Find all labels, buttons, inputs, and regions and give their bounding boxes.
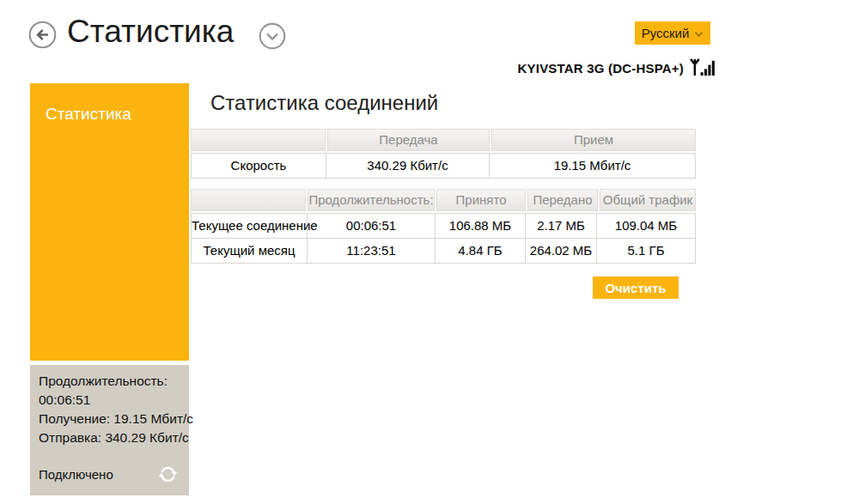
row-label: Текущее соединение [192, 214, 308, 238]
status-upload-speed: Отправка: 340.29 Кбит/с [39, 428, 180, 447]
cell-transmit-speed: 340.29 Кбит/с [326, 154, 490, 178]
network-name: KYIVSTAR 3G (DC-HSPA+) [518, 61, 684, 76]
row-label: Текущий месяц [192, 239, 308, 263]
connection-state-label: Подключено [39, 467, 113, 482]
cell-total: 5.1 ГБ [597, 239, 695, 263]
back-button[interactable] [28, 21, 57, 49]
column-header-duration: Продолжительность: [308, 189, 435, 211]
back-icon [28, 39, 57, 52]
traffic-table: Продолжительность: Принято Передано Общи… [191, 189, 696, 264]
table-row-current-connection: Текущее соединение 00:06:51 106.88 МБ 2.… [192, 214, 695, 238]
cell-sent: 2.17 МБ [526, 214, 597, 238]
cell-received: 106.88 МБ [436, 214, 526, 238]
column-header-receive: Прием [491, 129, 696, 151]
column-header-total: Общий трафик [600, 189, 696, 211]
speed-table: Передача Прием Скорость 340.29 Кбит/с 19… [191, 129, 696, 179]
speed-table-header-row: Передача Прием [191, 129, 696, 151]
sidebar-item-label: Статистика [46, 105, 131, 124]
sidebar-item-statistics[interactable]: Статистика [30, 83, 189, 361]
refresh-button[interactable] [158, 465, 178, 484]
page-title: Статистика [67, 14, 234, 50]
section-heading: Статистика соединений [210, 91, 438, 115]
column-header-received: Принято [436, 189, 526, 211]
cell-duration: 11:23:51 [308, 239, 436, 263]
table-row-current-month: Текущий месяц 11:23:51 4.84 ГБ 264.02 МБ… [192, 238, 695, 263]
cell-received: 4.84 ГБ [436, 239, 526, 263]
title-dropdown-button[interactable] [259, 22, 286, 50]
connection-state-row: Подключено [39, 465, 178, 484]
clear-button[interactable]: Очистить [593, 276, 679, 299]
column-header-empty [191, 129, 326, 151]
column-header-sent: Передано [527, 189, 598, 211]
cell-duration: 00:06:51 [308, 214, 436, 238]
row-label: Скорость [192, 154, 326, 178]
traffic-table-header-row: Продолжительность: Принято Передано Общи… [191, 189, 696, 211]
speed-table-body: Скорость 340.29 Кбит/с 19.15 Мбит/с [191, 153, 696, 179]
column-header-empty [191, 189, 306, 211]
traffic-table-body: Текущее соединение 00:06:51 106.88 МБ 2.… [191, 213, 696, 264]
network-status: KYIVSTAR 3G (DC-HSPA+) [518, 57, 716, 80]
chevron-down-icon [694, 26, 704, 40]
status-duration-label: Продолжительность: [39, 372, 180, 391]
cell-sent: 264.02 МБ [526, 239, 597, 263]
refresh-icon [158, 474, 178, 487]
cell-receive-speed: 19.15 Мбит/с [490, 154, 695, 178]
language-button-label: Русский [642, 26, 690, 40]
status-download-speed: Получение: 19.15 Мбит/с [39, 410, 180, 428]
signal-strength-icon [689, 57, 716, 80]
language-button[interactable]: Русский [635, 21, 710, 45]
table-row: Скорость 340.29 Кбит/с 19.15 Мбит/с [192, 154, 695, 178]
chevron-down-circle-icon [259, 39, 286, 52]
status-duration-value: 00:06:51 [39, 391, 180, 410]
cell-total: 109.04 МБ [597, 214, 695, 238]
connection-status-panel: Продолжительность: 00:06:51 Получение: 1… [30, 365, 189, 495]
column-header-transmit: Передача [327, 129, 490, 151]
app-window: Статистика Русский KYIVSTAR 3G (DC-HSPA+… [0, 0, 859, 504]
